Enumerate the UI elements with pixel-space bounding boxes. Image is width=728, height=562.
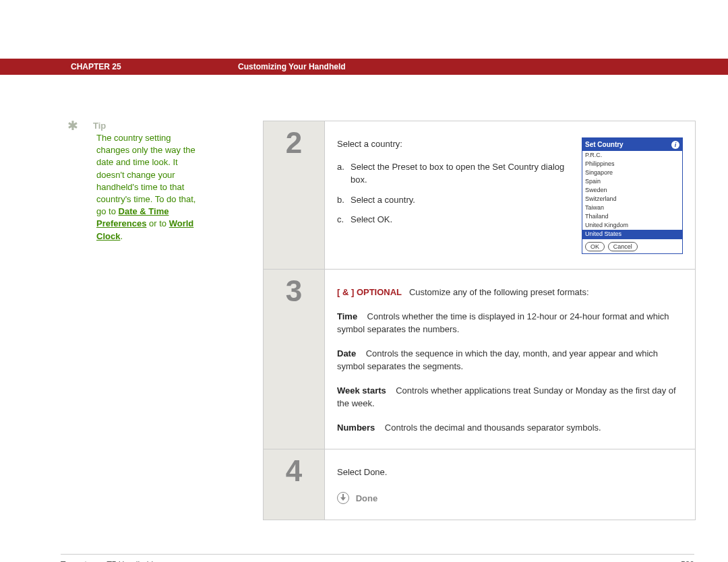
list-item[interactable]: Spain [582,177,682,186]
substep-a: a. Select the Preset to box to open the … [337,160,575,187]
step-number: 2 [286,121,302,158]
step-2: 2 Select a country: a. Select the Preset… [264,121,695,269]
optional-text: Customize any of the following preset fo… [409,287,589,297]
page-footer: Tungsten™ T5 Handheld 530 [61,554,694,562]
cancel-button[interactable]: Cancel [608,242,638,251]
dialog-titlebar: Set Country i [582,138,682,151]
step-number: 3 [286,270,302,306]
step-number-cell: 4 [264,449,325,520]
down-arrow-icon [337,492,349,504]
step-number: 4 [286,449,302,486]
page-title: Customizing Your Handheld [238,62,346,71]
list-item[interactable]: Switzerland [582,195,682,204]
step-number-cell: 2 [264,121,325,269]
list-item[interactable]: P.R.C. [582,151,682,160]
step-number-cell: 3 [264,270,325,449]
def-week: Week starts Controls whether application… [337,384,683,410]
def-date: Date Controls the sequence in which the … [337,347,683,373]
tip-label: Tip [93,121,106,131]
def-numbers: Numbers Controls the decimal and thousan… [337,421,683,435]
step-3: 3 [ & ] OPTIONAL Customize any of the fo… [264,269,695,449]
list-item[interactable]: Thailand [582,212,682,221]
step4-text: Select Done. [337,466,683,479]
step-content: Select Done. Done [325,449,695,520]
step-content: Select a country: a. Select the Preset t… [325,121,695,269]
tip-body: The country setting changes only the way… [96,132,202,243]
asterisk-icon: ✱ [67,121,78,131]
def-time: Time Controls whether the time is displa… [337,310,683,336]
set-country-dialog: Set Country i P.R.C. Philippines Singapo… [582,137,683,254]
list-item[interactable]: Taiwan [582,204,682,212]
list-item[interactable]: Philippines [582,160,682,168]
substep-c: c. Select OK. [337,213,575,226]
substep-b: b. Select a country. [337,193,575,207]
steps-container: 2 Select a country: a. Select the Preset… [263,121,696,520]
country-list[interactable]: P.R.C. Philippines Singapore Spain Swede… [582,151,682,239]
list-item-selected[interactable]: United States [582,230,682,239]
info-icon[interactable]: i [671,141,679,149]
list-item[interactable]: Singapore [582,168,682,177]
step-4: 4 Select Done. Done [264,449,695,520]
dialog-buttons: OK Cancel [582,239,682,253]
step2-intro: Select a country: [337,137,575,151]
list-item[interactable]: Sweden [582,186,682,195]
done-label: Done [356,493,378,503]
optional-label: [ & ] OPTIONAL [337,287,402,297]
chapter-number: CHAPTER 25 [0,62,238,71]
dialog-title: Set Country [585,139,624,150]
step-content: [ & ] OPTIONAL Customize any of the foll… [325,270,695,449]
list-item[interactable]: United Kingdom [582,221,682,230]
chapter-header: CHAPTER 25 Customizing Your Handheld [0,59,728,75]
tip-sidebar: ✱ Tip The country setting changes only t… [0,121,202,243]
ok-button[interactable]: OK [585,242,605,251]
